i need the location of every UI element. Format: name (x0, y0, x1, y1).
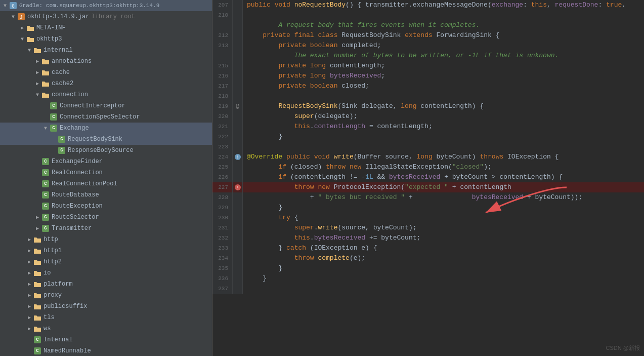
code-line-230: 230 try { (212, 213, 644, 223)
tree-route-selector[interactable]: ▶ C RouteSelector (0, 212, 212, 223)
tree-cache2[interactable]: ▶ cache2 (0, 78, 212, 89)
gutter-220 (233, 111, 243, 122)
tree-response-body-source[interactable]: C ResponseBodySource (0, 145, 212, 156)
line-num-cmt2 (212, 51, 233, 61)
tree-transmitter[interactable]: ▶ C Transmitter (0, 223, 212, 234)
tree-cache[interactable]: ▶ cache (0, 67, 212, 78)
tree-http1[interactable]: ▶ http1 (0, 245, 212, 256)
code-line-218: 218 (212, 91, 644, 101)
class-route-database-icon: C (41, 191, 50, 199)
line-content-cmt2: The exact number of bytes to be written,… (243, 51, 644, 61)
proxy-label: proxy (44, 292, 62, 299)
line-content-222: } (243, 132, 644, 142)
tree-named-runnable[interactable]: C NamedRunnable (0, 345, 212, 356)
tree-exchange-finder[interactable]: C ExchangeFinder (0, 156, 212, 167)
svg-text:G: G (12, 4, 14, 9)
tree-connection[interactable]: ▼ connection (0, 89, 212, 100)
line-content-225: if (closed) throw new IllegalStateExcept… (243, 162, 644, 172)
tree-route-exception[interactable]: C RouteException (0, 201, 212, 212)
tree-annotations[interactable]: ▶ annotations (0, 56, 212, 67)
cache2-label: cache2 (52, 80, 73, 87)
folder-publicsuffix-icon (33, 302, 41, 310)
tree-jar[interactable]: ▼ J okhttp-3.14.9.jar library root (0, 11, 212, 22)
line-num-227: 227 (212, 182, 233, 192)
tree-tls[interactable]: ▶ tls (0, 312, 212, 323)
tree-okhttp3[interactable]: ▼ okhttp3 (0, 33, 212, 45)
route-exception-label: RouteException (52, 203, 103, 210)
line-num-217: 217 (212, 81, 233, 91)
code-lines: 207 public void noRequestBody() { transm… (212, 0, 644, 294)
class-transmitter-icon: C (41, 224, 50, 232)
line-content-224: @Override public void write(Buffer sourc… (243, 152, 644, 162)
code-line-219: 219 @ RequestBodySink(Sink delegate, lon… (212, 101, 644, 111)
folder-cache-icon (41, 68, 50, 76)
code-line-210: 210 (212, 10, 644, 20)
tree-platform[interactable]: ▶ platform (0, 279, 212, 290)
code-line-226: 226 if (contentLength != -1L && bytesRec… (212, 172, 644, 182)
line-num-234: 234 (212, 253, 233, 263)
tree-http2[interactable]: ▶ http2 (0, 256, 212, 267)
svg-text:!: ! (236, 185, 239, 190)
code-line-cmt2: The exact number of bytes to be written,… (212, 51, 644, 61)
line-num-216: 216 (212, 71, 233, 81)
line-content-219: RequestBodySink(Sink delegate, long cont… (243, 101, 644, 111)
named-runnable-label: NamedRunnable (44, 347, 91, 354)
class-named-runnable-icon: C (33, 347, 41, 355)
tls-label: tls (44, 314, 55, 321)
gutter-229 (233, 203, 243, 213)
gutter-232 (233, 233, 243, 243)
line-content-223 (243, 142, 644, 152)
tree-internal[interactable]: ▼ internal (0, 45, 212, 56)
line-content-229: } (243, 203, 644, 213)
file-tree[interactable]: ▼ G Gradle: com.squareup.okhttp3:okhttp:… (0, 0, 212, 356)
code-line-207: 207 public void noRequestBody() { transm… (212, 0, 644, 10)
class-exchange-icon: C (50, 124, 58, 132)
gutter-225 (233, 162, 243, 172)
tree-http[interactable]: ▶ http (0, 234, 212, 245)
tree-connection-spec-selector[interactable]: C ConnectionSpecSelector (0, 111, 212, 123)
line-num-222: 222 (212, 132, 233, 142)
tree-io[interactable]: ▶ io (0, 267, 212, 279)
folder-cache2-icon (41, 80, 50, 88)
class-response-body-source-icon: C (58, 146, 66, 154)
folder-annotations-icon (41, 57, 50, 65)
code-editor[interactable]: 207 public void noRequestBody() { transm… (212, 0, 644, 356)
tree-exchange[interactable]: ▼ C Exchange (0, 123, 212, 134)
tree-proxy[interactable]: ▶ proxy (0, 290, 212, 301)
line-num-233: 233 (212, 243, 233, 253)
response-body-source-label: ResponseBodySource (68, 147, 134, 154)
tree-publicsuffix[interactable]: ▶ publicsuffix (0, 301, 212, 312)
meta-inf-label: META-INF (36, 24, 66, 31)
route-selector-label: RouteSelector (52, 214, 99, 221)
tree-real-connection[interactable]: C RealConnection (0, 167, 212, 178)
tree-request-body-sink[interactable]: C RequestBodySink (0, 134, 212, 145)
line-content-216: private long bytesReceived; (243, 71, 644, 81)
line-content-210 (243, 10, 644, 20)
gutter-cmt2 (233, 51, 243, 61)
folder-http-icon (33, 235, 41, 244)
tree-ws[interactable]: ▶ ws (0, 323, 212, 334)
code-line-235: 235 } (212, 263, 644, 273)
gutter-224: ! (233, 152, 243, 162)
line-content-cmt: A request body that fires events when it… (243, 20, 644, 30)
line-num-218: 218 (212, 91, 233, 101)
tree-internal-class[interactable]: C Internal (0, 334, 212, 345)
tree-route-database[interactable]: C RouteDatabase (0, 189, 212, 201)
line-num-226: 226 (212, 172, 233, 182)
line-content-215: private long contentLength; (243, 61, 644, 71)
code-line-234: 234 throw complete(e); (212, 253, 644, 263)
gutter-228 (233, 192, 243, 203)
code-line-217: 217 private boolean closed; (212, 81, 644, 91)
gutter-231 (233, 223, 243, 233)
tree-meta-inf[interactable]: ▶ META-INF (0, 22, 212, 33)
tree-connect-interceptor[interactable]: C ConnectInterceptor (0, 100, 212, 111)
jar-label: okhttp-3.14.9.jar (27, 13, 89, 20)
internal-class-label: Internal (44, 336, 73, 343)
line-content-218 (243, 91, 644, 101)
error-icon: ! (234, 184, 241, 191)
tree-real-connection-pool[interactable]: C RealConnectionPool (0, 178, 212, 189)
tree-root[interactable]: ▼ G Gradle: com.squareup.okhttp3:okhttp:… (0, 0, 212, 11)
code-line-213: 213 private boolean completed; (212, 41, 644, 51)
gutter-216 (233, 71, 243, 81)
line-num-207: 207 (212, 0, 233, 10)
